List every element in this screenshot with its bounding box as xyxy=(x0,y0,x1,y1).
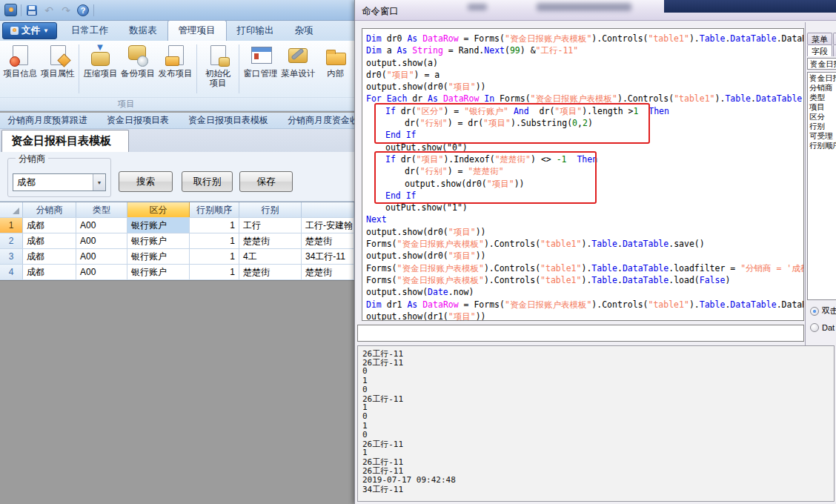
ribbon-tab-管理项目[interactable]: 管理项目 xyxy=(167,20,227,41)
search-button[interactable]: 搜索 xyxy=(119,171,173,192)
grid-cell[interactable]: A00 xyxy=(76,233,127,248)
background-window-edge xyxy=(664,0,836,13)
radio-option-1[interactable]: 双击 xyxy=(810,305,836,316)
grid-corner-cell[interactable] xyxy=(0,202,23,217)
ribbon-group-separator xyxy=(239,44,239,93)
output-line: 1 xyxy=(362,448,829,457)
chevron-down-icon[interactable]: ▼ xyxy=(93,174,105,190)
ribbon-tab-数据表[interactable]: 数据表 xyxy=(119,21,167,41)
ribbon-tab-日常工作[interactable]: 日常工作 xyxy=(61,21,119,41)
grid-cell[interactable]: 工行 xyxy=(239,218,302,233)
grid-cell[interactable]: 成都 xyxy=(23,233,76,248)
grid-cell[interactable]: 成都 xyxy=(23,249,76,264)
window-tab-资金日报项目表模板[interactable]: 资金日报项目表模板 xyxy=(188,114,268,127)
file-button-label: 文件 xyxy=(21,24,40,37)
column-header-分销商[interactable]: 分销商 xyxy=(23,202,76,217)
document-tab[interactable]: 资金日报科目表模板 xyxy=(1,130,129,152)
side-tab-字段[interactable]: 字段 xyxy=(807,44,832,56)
row-header[interactable]: 1 xyxy=(0,218,23,233)
grid-cell[interactable]: A00 xyxy=(76,218,127,233)
ribbon-tab-杂项[interactable]: 杂项 xyxy=(285,21,324,41)
app-icon[interactable] xyxy=(4,4,17,17)
table-select-combobox[interactable]: 资金日报 xyxy=(807,58,836,70)
grid-cell[interactable]: 4工 xyxy=(239,249,302,264)
ribbon-button-项目信息[interactable]: 项目信息 xyxy=(1,42,39,79)
ribbon-button-内部[interactable]: 内部 xyxy=(316,42,354,79)
table-row: 4成都A00银行账户1楚楚街楚楚街 xyxy=(0,265,354,280)
output-panel[interactable]: 26工行-1126工行-1101026工行-11101026工行-11126工行… xyxy=(357,345,835,502)
code-line: Forms("资金日报账户表模板").Controls("table1").Ta… xyxy=(362,239,803,251)
command-input[interactable] xyxy=(357,325,804,342)
column-header-blank[interactable] xyxy=(302,202,354,217)
command-window-titlebar[interactable]: 命令窗口 xyxy=(355,0,836,21)
save-icon[interactable] xyxy=(25,4,39,17)
grid-cell[interactable]: 楚楚街 xyxy=(239,233,302,248)
row-header[interactable]: 3 xyxy=(0,249,23,264)
window-tab-分销商月度资金收[interactable]: 分销商月度资金收 xyxy=(288,114,359,127)
grid-cell[interactable]: 1 xyxy=(190,249,239,264)
column-header-行别顺序[interactable]: 行别顺序 xyxy=(190,202,239,217)
code-line: output.show(dr0("项目")) xyxy=(362,179,803,190)
window-tab-分销商月度预算跟进[interactable]: 分销商月度预算跟进 xyxy=(7,114,87,127)
ribbon-button-发布项目[interactable]: 发布项目 xyxy=(156,42,194,79)
field-item-行别顺序[interactable]: 行别顺序 xyxy=(808,141,836,150)
grid-cell[interactable]: 楚楚街 xyxy=(302,233,354,248)
grid-cell[interactable]: 银行账户 xyxy=(127,218,190,233)
grid-cell[interactable]: 1 xyxy=(190,233,239,248)
ribbon-button-菜单设计[interactable]: 菜单设计 xyxy=(279,42,317,79)
i-init-icon xyxy=(206,44,230,67)
output-line: 2019-07-17 09:42:48 xyxy=(362,475,829,484)
field-item-可受理[interactable]: 可受理 xyxy=(808,131,836,141)
side-panel-sub-tabs: 字段帮 xyxy=(807,44,836,56)
row-header[interactable]: 4 xyxy=(0,265,23,279)
file-menu-button[interactable]: 文件 ▼ xyxy=(2,22,57,39)
grid-cell[interactable]: 成都 xyxy=(23,218,76,233)
distributor-combobox[interactable]: 成都 ▼ xyxy=(13,173,106,191)
table-row: 2成都A00银行账户1楚楚街楚楚街 xyxy=(0,233,354,249)
ribbon-button-备份项目[interactable]: 备份项目 xyxy=(119,42,157,79)
grid-cell[interactable]: 银行账户 xyxy=(127,233,190,248)
field-item-项目[interactable]: 项目 xyxy=(808,102,836,112)
radio-icon[interactable] xyxy=(810,323,819,332)
radio-option-2[interactable]: Dat xyxy=(810,323,835,332)
field-item-类型[interactable]: 类型 xyxy=(808,93,836,102)
field-item-分销商[interactable]: 分销商 xyxy=(808,83,836,93)
grid-cell[interactable]: 楚楚街 xyxy=(239,265,302,279)
side-tab-菜单[interactable]: 菜单 xyxy=(807,33,832,44)
ribbon-tab-打印输出[interactable]: 打印输出 xyxy=(227,21,285,41)
grid-cell[interactable]: 银行账户 xyxy=(127,265,190,279)
get-bank-button[interactable]: 取行别 xyxy=(182,171,233,192)
ribbon-button-项目属性[interactable]: 项目属性 xyxy=(39,42,77,79)
code-editor[interactable]: Dim dr0 As DataRow = Forms("资金日报账户表模板").… xyxy=(362,28,804,321)
help-icon[interactable]: ? xyxy=(76,4,90,17)
command-window-title: 命令窗口 xyxy=(362,5,399,18)
save-button[interactable]: 保存 xyxy=(239,171,293,192)
radio-icon[interactable] xyxy=(810,307,819,316)
column-header-行别[interactable]: 行别 xyxy=(239,202,302,217)
grid-cell[interactable]: 1 xyxy=(190,265,239,279)
grid-cell[interactable]: A00 xyxy=(76,249,127,264)
ribbon-button-压缩项目[interactable]: 压缩项目 xyxy=(82,42,119,79)
column-header-区分[interactable]: 区分 xyxy=(127,202,190,217)
grid-cell[interactable]: 工行-安建翰 xyxy=(302,218,354,233)
code-line: Dim a As String = Rand.Next(99) &"工行-11" xyxy=(362,45,803,57)
window-tab-资金日报项目表[interactable]: 资金日报项目表 xyxy=(107,114,169,127)
code-line: End If xyxy=(362,130,803,142)
undo-icon[interactable]: ↶ xyxy=(42,4,56,17)
grid-cell[interactable]: A00 xyxy=(76,265,127,279)
redo-icon[interactable]: ↷ xyxy=(59,4,73,17)
grid-cell[interactable]: 1 xyxy=(190,218,239,233)
row-header[interactable]: 2 xyxy=(0,233,23,248)
field-item-行别[interactable]: 行别 xyxy=(808,122,836,131)
grid-cell[interactable]: 银行账户 xyxy=(127,249,190,264)
ribbon-button-初始化项目[interactable]: 初始化 项目 xyxy=(199,42,237,88)
side-tab-精[interactable]: 精 xyxy=(833,33,836,44)
ribbon-button-窗口管理[interactable]: 窗口管理 xyxy=(242,42,279,79)
grid-cell[interactable]: 成都 xyxy=(23,265,76,279)
side-tab-帮[interactable]: 帮 xyxy=(833,44,836,56)
grid-cell[interactable]: 34工行-11 xyxy=(302,249,354,264)
column-header-类型[interactable]: 类型 xyxy=(76,202,127,217)
grid-cell[interactable]: 楚楚街 xyxy=(302,265,354,279)
field-item-区分[interactable]: 区分 xyxy=(808,112,836,122)
field-item-资金日报[interactable]: 资金日报 xyxy=(808,73,836,83)
